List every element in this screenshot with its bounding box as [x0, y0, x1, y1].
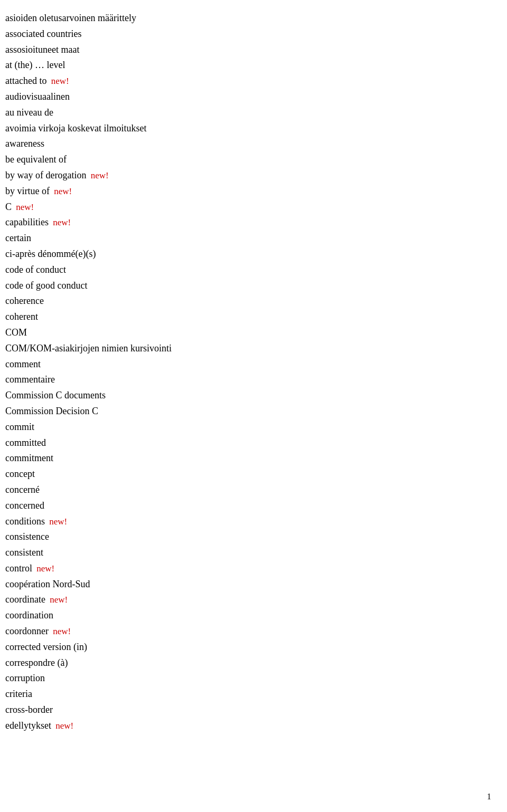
list-item: edellytykset new! [5, 718, 491, 733]
new-badge: new! [34, 563, 54, 574]
list-item: ci-après dénommé(e)(s) [5, 246, 491, 262]
list-item: Commission C documents [5, 388, 491, 403]
list-item: criteria [5, 686, 491, 702]
list-item: concerned [5, 498, 491, 513]
new-badge: new! [47, 517, 67, 527]
new-badge: new! [14, 202, 34, 212]
list-item: consistence [5, 529, 491, 544]
list-item: coherent [5, 309, 491, 324]
list-item: corrected version (in) [5, 639, 491, 655]
list-item: concerné [5, 482, 491, 498]
list-item: commit [5, 419, 491, 435]
list-item: by virtue of new! [5, 184, 491, 199]
list-item: coopération Nord-Sud [5, 577, 491, 592]
list-item: certain [5, 231, 491, 246]
list-item: cross-border [5, 702, 491, 718]
list-item: Commission Decision C [5, 404, 491, 419]
list-item: control new! [5, 561, 491, 576]
new-badge: new! [88, 170, 108, 180]
list-item: conditions new! [5, 514, 491, 529]
list-item: commentaire [5, 372, 491, 387]
new-badge: new! [49, 76, 69, 86]
list-item: capabilities new! [5, 215, 491, 230]
list-item: COM [5, 325, 491, 340]
list-item: committed [5, 435, 491, 451]
new-badge: new! [52, 186, 72, 196]
list-item: code of good conduct [5, 278, 491, 293]
list-item: attached to new! [5, 73, 491, 89]
list-item: coordinate new! [5, 592, 491, 607]
list-item: at (the) … level [5, 58, 491, 73]
list-item: by way of derogation new! [5, 168, 491, 183]
list-item: COM/KOM-asiakirjojen nimien kursivointi [5, 341, 491, 356]
new-badge: new! [51, 217, 71, 227]
list-item: avoimia virkoja koskevat ilmoitukset [5, 121, 491, 136]
list-item: au niveau de [5, 105, 491, 120]
list-item: awareness [5, 136, 491, 151]
list-item: be equivalent of [5, 152, 491, 167]
list-item: coherence [5, 293, 491, 309]
list-item: audiovisuaalinen [5, 89, 491, 104]
new-badge: new! [51, 626, 71, 636]
list-item: comment [5, 357, 491, 372]
list-item: commitment [5, 451, 491, 466]
new-badge: new! [53, 721, 73, 731]
list-item: asioiden oletusarvoinen määrittely [5, 11, 491, 26]
list-item: coordination [5, 608, 491, 623]
list-item: assosioituneet maat [5, 42, 491, 58]
new-badge: new! [48, 595, 68, 605]
list-item: concept [5, 466, 491, 482]
list-item: C new! [5, 199, 491, 215]
list-item: coordonner new! [5, 624, 491, 639]
list-item: correspondre (à) [5, 655, 491, 671]
page-number: 1 [487, 792, 491, 801]
list-item: corruption [5, 671, 491, 686]
list-item: associated countries [5, 26, 491, 42]
list-item: code of conduct [5, 262, 491, 278]
list-item: consistent [5, 545, 491, 560]
